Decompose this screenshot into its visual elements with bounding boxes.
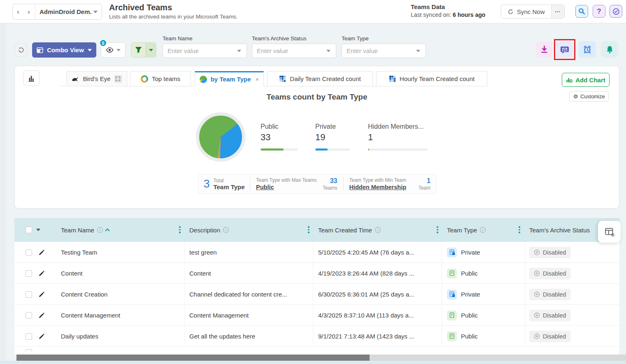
team-name-cell[interactable]: Content Creation: [61, 284, 107, 305]
filter-dropdown-segment[interactable]: [146, 43, 156, 57]
horizontal-scrollbar-thumb[interactable]: [16, 355, 370, 361]
info-icon[interactable]: i: [480, 227, 486, 233]
column-header-archive-status[interactable]: Team's Archive Status: [529, 227, 590, 234]
column-menu-icon[interactable]: [519, 226, 520, 233]
more-options-button[interactable]: •••: [551, 5, 564, 18]
info-icon[interactable]: i: [223, 227, 229, 233]
tab-top-teams[interactable]: Top teams: [130, 71, 191, 86]
team-name-filter-input[interactable]: [163, 44, 247, 58]
notifications-button[interactable]: [601, 41, 618, 58]
team-name-cell[interactable]: Testing Team: [61, 242, 97, 263]
horizontal-scrollbar[interactable]: [16, 355, 626, 361]
top-header: ‹ › AdminDroid Dem... Archived Teams Lis…: [0, 0, 626, 23]
alarm-clock-icon: [583, 45, 592, 54]
max-team-type-link[interactable]: Public: [256, 184, 317, 190]
select-menu-caret-icon[interactable]: [36, 229, 40, 231]
team-type-filter-input[interactable]: [342, 44, 426, 58]
team-name-cell[interactable]: Content Management: [61, 305, 120, 326]
tab-label: by Team Type: [211, 76, 251, 83]
team-type-icon: [447, 248, 457, 257]
row-checkbox[interactable]: [26, 312, 32, 319]
column-header-created-time[interactable]: Team Created Time: [318, 227, 372, 234]
table-row[interactable]: Content Management Content Management 4/…: [14, 305, 619, 326]
table-row[interactable]: Content Content 4/19/2023 8:26:44 AM (82…: [14, 263, 619, 284]
org-switcher[interactable]: ‹ › AdminDroid Dem...: [12, 4, 102, 20]
sync-now-label: Sync Now: [517, 8, 545, 15]
close-icon[interactable]: ×: [256, 76, 259, 83]
column-settings-button[interactable]: ⚙: [598, 221, 621, 243]
refresh-button[interactable]: [14, 43, 28, 57]
search-button[interactable]: [575, 5, 588, 18]
column-menu-icon[interactable]: [179, 226, 181, 233]
tab-hourly-created[interactable]: Hourly Team Created count: [376, 71, 487, 86]
tab-by-team-type[interactable]: by Team Type ×: [195, 71, 264, 86]
tab-daily-created[interactable]: Daily Team Created count: [267, 71, 373, 86]
chevron-left-icon[interactable]: ‹: [13, 8, 23, 16]
info-icon[interactable]: i: [375, 227, 381, 233]
export-download-button[interactable]: [536, 41, 552, 58]
chevron-down-icon[interactable]: [326, 50, 330, 52]
pie-chart[interactable]: [196, 112, 245, 162]
table-row[interactable]: Testing Team test green 5/10/2025 4:20:4…: [14, 242, 619, 263]
tab-label: Hourly Team Created count: [400, 75, 475, 82]
stat-max-teams: Team Type with Max Teams Public 33 Teams: [250, 177, 343, 191]
stat-unit: Teams: [323, 185, 337, 191]
sort-ascending-icon[interactable]: [105, 228, 109, 233]
chevron-right-icon[interactable]: ›: [23, 8, 34, 16]
table-row[interactable]: Daily updates Get all the updates here 9…: [14, 326, 619, 347]
edit-pencil-icon[interactable]: [38, 291, 45, 298]
filter-apply-segment[interactable]: [131, 43, 146, 57]
org-name[interactable]: AdminDroid Dem...: [37, 8, 92, 15]
description-cell: Content: [189, 263, 307, 284]
combo-view-button[interactable]: Combo View: [32, 42, 96, 58]
filter-button[interactable]: [131, 42, 156, 58]
row-checkbox[interactable]: [26, 249, 32, 256]
edit-pencil-icon[interactable]: [38, 312, 45, 319]
disabled-icon: [534, 333, 540, 339]
chart-type-button[interactable]: [23, 70, 40, 86]
table-row[interactable]: Content Creation Channel dedicated for c…: [14, 284, 619, 305]
row-checkbox[interactable]: [26, 291, 32, 298]
help-button[interactable]: ?: [593, 5, 605, 18]
select-all-checkbox[interactable]: [26, 227, 32, 233]
team-type-label: Private: [461, 291, 480, 298]
row-checkbox[interactable]: [26, 333, 32, 340]
team-type-label: Public: [461, 312, 478, 319]
schedule-alert-button[interactable]: [579, 41, 596, 58]
team-name-cell[interactable]: Daily updates: [61, 326, 98, 347]
chevron-down-icon[interactable]: [416, 50, 420, 52]
expand-icon[interactable]: [114, 75, 122, 83]
last-synced-text: Last synced on: 6 hours ago: [411, 12, 485, 18]
row-checkbox[interactable]: [26, 270, 32, 277]
stat-value: 1: [419, 177, 431, 185]
team-name-cell[interactable]: Content: [61, 263, 83, 284]
team-type-cell: Public: [447, 305, 478, 326]
legend-item-public: Public 33: [261, 123, 298, 151]
edit-pencil-icon[interactable]: [38, 333, 45, 340]
team-type-icon: [447, 290, 457, 299]
status-badge: Disabled: [529, 289, 570, 300]
clock-check-icon: [612, 8, 620, 15]
column-header-team-type[interactable]: Team Type: [447, 227, 477, 234]
info-icon[interactable]: i: [97, 227, 103, 233]
stat-total-team-types: 3 Total Team Type: [198, 178, 250, 190]
add-chart-button[interactable]: Add Chart: [562, 73, 610, 87]
chevron-down-icon[interactable]: [93, 11, 98, 13]
column-menu-icon[interactable]: [308, 226, 310, 233]
edit-pencil-icon[interactable]: [38, 270, 45, 277]
pie-chart-icon: [200, 76, 207, 83]
column-menu-icon[interactable]: [437, 226, 438, 233]
row-checkbox[interactable]: [26, 349, 32, 352]
created-time-cell: 6/30/2025 6:36:01 AM (25 days a...: [318, 284, 435, 305]
archive-status-filter-input[interactable]: [252, 44, 336, 58]
column-header-team-name[interactable]: Team Name: [61, 227, 94, 234]
question-icon: ?: [597, 7, 601, 16]
refresh-icon: [18, 46, 25, 53]
chevron-down-icon[interactable]: [237, 50, 241, 52]
edit-pencil-icon[interactable]: [38, 249, 45, 256]
column-header-description[interactable]: Description: [189, 227, 220, 234]
audit-log-button[interactable]: [610, 5, 622, 18]
min-team-type-link[interactable]: Hidden Membership: [349, 184, 407, 190]
sync-now-button[interactable]: Sync Now: [501, 5, 551, 18]
tab-birds-eye[interactable]: Bird's Eye: [66, 71, 127, 86]
